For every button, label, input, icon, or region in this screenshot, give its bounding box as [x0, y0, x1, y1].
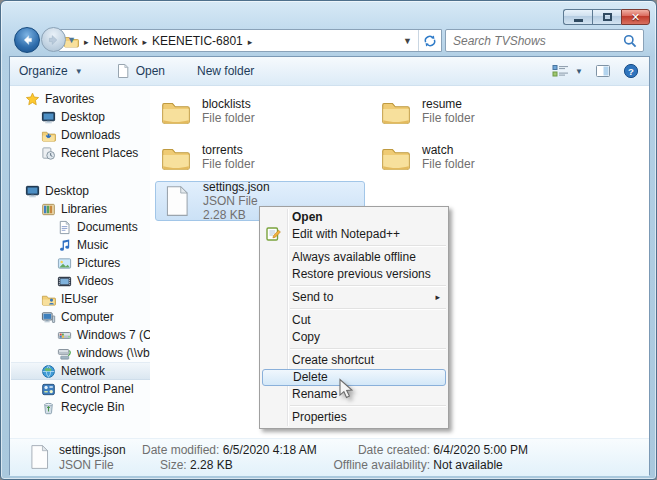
close-button[interactable]: ✕: [621, 9, 650, 25]
search-input[interactable]: [446, 33, 622, 49]
sidebar-item-label: Desktop: [61, 110, 105, 124]
details-pane: settings.json JSON File Date modified: 6…: [10, 438, 649, 476]
search-box[interactable]: [445, 29, 644, 52]
breadcrumb[interactable]: ▸Network▸KEENETIC-6801▸ ▼: [58, 29, 442, 52]
sidebar-item-label: IEUser: [61, 292, 98, 306]
file-name: settings.json: [203, 180, 270, 194]
menu-item-copy[interactable]: Copy: [260, 329, 448, 346]
monitor-icon: [41, 110, 56, 125]
sidebar-item-label: windows (\\vboxsr: [77, 346, 150, 360]
computer-icon: [41, 310, 56, 325]
sidebar-item-label: Libraries: [61, 202, 107, 216]
video-icon: [57, 274, 72, 289]
folder-icon: [159, 93, 193, 129]
sidebar-item-label: Computer: [61, 310, 114, 324]
maximize-icon: [603, 13, 612, 21]
menu-item-properties[interactable]: Properties: [260, 409, 448, 426]
sidebar-item-recent-places[interactable]: Recent Places: [11, 144, 150, 162]
organize-button[interactable]: Organize ▼: [10, 59, 92, 83]
file-name: blocklists: [202, 97, 255, 111]
file-type: File folder: [202, 157, 255, 171]
menu-item-label: Cut: [292, 313, 311, 327]
sidebar-item-label: Downloads: [61, 128, 120, 142]
file-tile-resume[interactable]: resumeFile folder: [375, 89, 587, 133]
sidebar-item-windows-7-c-[interactable]: Windows 7 (C:): [11, 326, 150, 344]
file-icon: [160, 183, 194, 219]
sidebar-item-favorites[interactable]: Favorites: [11, 90, 150, 108]
preview-pane-button[interactable]: [595, 63, 611, 79]
sidebar-item-label: Pictures: [77, 256, 120, 270]
change-view-button[interactable]: ▼: [552, 63, 583, 79]
menu-separator: [290, 348, 446, 350]
file-tile-torrents[interactable]: torrentsFile folder: [155, 135, 367, 179]
recycle-icon: [41, 400, 56, 415]
downloads-icon: [41, 128, 56, 143]
close-icon: ✕: [631, 12, 640, 23]
back-button[interactable]: [14, 27, 40, 53]
sidebar-item-computer[interactable]: Computer: [11, 308, 150, 326]
file-tile-blocklists[interactable]: blocklistsFile folder: [155, 89, 367, 133]
file-type: File folder: [422, 157, 475, 171]
new-folder-button[interactable]: New folder: [188, 59, 263, 83]
details-date-created: Date created: 6/4/2020 5:00 PM: [322, 443, 528, 457]
sidebar-item-music[interactable]: Music: [11, 236, 150, 254]
sidebar-item-label: Desktop: [45, 184, 89, 198]
sidebar-item-pictures[interactable]: Pictures: [11, 254, 150, 272]
sidebar-item-videos[interactable]: Videos: [11, 272, 150, 290]
menu-separator: [290, 308, 446, 310]
sidebar-item-libraries[interactable]: Libraries: [11, 200, 150, 218]
menu-item-send-to[interactable]: Send to▸: [260, 289, 448, 306]
sidebar-item-control-panel[interactable]: Control Panel: [11, 380, 150, 398]
new-folder-label: New folder: [197, 64, 254, 78]
menu-item-create-shortcut[interactable]: Create shortcut: [260, 352, 448, 369]
sidebar-item-network[interactable]: Network: [11, 362, 150, 380]
sidebar-item-desktop[interactable]: Desktop: [11, 182, 150, 200]
search-icon[interactable]: [622, 33, 638, 49]
libraries-icon: [41, 202, 56, 217]
sidebar-item-label: Windows 7 (C:): [77, 328, 150, 342]
command-bar: Organize ▼ Open New folder ▼ ?: [10, 57, 649, 86]
page-icon: [115, 63, 131, 79]
breadcrumb-segment[interactable]: Network: [94, 34, 138, 48]
sidebar-item-recycle-bin[interactable]: Recycle Bin: [11, 398, 150, 416]
sidebar-item-desktop[interactable]: Desktop: [11, 108, 150, 126]
forward-button-disabled[interactable]: [41, 27, 66, 52]
caption-buttons: ✕: [563, 9, 650, 25]
minimize-button[interactable]: [563, 9, 592, 25]
refresh-button[interactable]: [418, 30, 441, 51]
menu-item-edit-with-notepad-[interactable]: Edit with Notepad++: [260, 226, 448, 243]
menu-item-label: Send to: [292, 290, 333, 304]
history-dropdown-icon[interactable]: ▼: [67, 35, 76, 45]
menu-item-always-available-offline[interactable]: Always available offline: [260, 249, 448, 266]
user-icon: [41, 292, 56, 307]
file-icon: [26, 441, 53, 473]
maximize-button[interactable]: [592, 9, 621, 25]
menu-item-label: Delete: [293, 370, 328, 384]
submenu-arrow-icon: ▸: [435, 289, 440, 306]
menu-separator: [290, 405, 446, 407]
notepadpp-icon: [265, 226, 281, 242]
sidebar-item-documents[interactable]: Documents: [11, 218, 150, 236]
breadcrumb-segment[interactable]: KEENETIC-6801: [152, 34, 243, 48]
sidebar-item-label: Recycle Bin: [61, 400, 124, 414]
monitor-icon: [25, 184, 40, 199]
menu-item-label: Copy: [292, 330, 320, 344]
disk-icon: [57, 328, 72, 343]
open-button[interactable]: Open: [106, 59, 174, 83]
organize-label: Organize: [19, 64, 68, 78]
menu-item-restore-previous-versions[interactable]: Restore previous versions: [260, 266, 448, 283]
chevron-down-icon: ▼: [575, 67, 583, 76]
file-tile-watch[interactable]: watchFile folder: [375, 135, 587, 179]
music-icon: [57, 238, 72, 253]
sidebar-item-windows-vboxsr[interactable]: windows (\\vboxsr: [11, 344, 150, 362]
menu-item-open[interactable]: Open: [260, 209, 448, 226]
refresh-icon: [422, 33, 438, 49]
file-name: resume: [422, 97, 475, 111]
sidebar-item-downloads[interactable]: Downloads: [11, 126, 150, 144]
address-dropdown-icon[interactable]: ▼: [397, 36, 418, 46]
help-button[interactable]: ?: [623, 63, 639, 79]
open-label: Open: [136, 64, 165, 78]
menu-item-cut[interactable]: Cut: [260, 312, 448, 329]
toolbar-right: ▼ ?: [552, 63, 649, 79]
sidebar-item-ieuser[interactable]: IEUser: [11, 290, 150, 308]
